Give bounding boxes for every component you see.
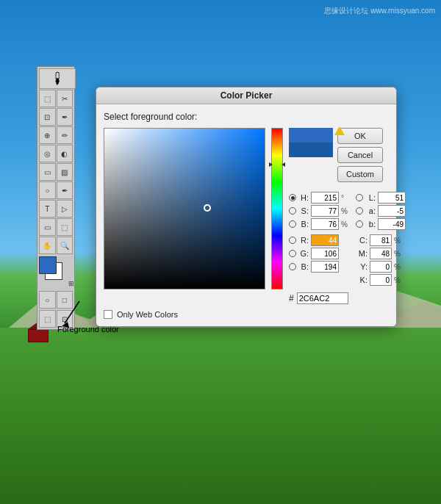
m-input[interactable]	[370, 248, 392, 259]
l-radio[interactable]	[356, 194, 363, 201]
c-input[interactable]	[370, 234, 392, 246]
dialog-label: Select foreground color:	[104, 112, 389, 122]
bright-unit: %	[341, 220, 350, 228]
gradient-tool[interactable]: ▨	[57, 163, 74, 181]
green-label: G:	[298, 249, 309, 258]
y-unit: %	[394, 263, 401, 271]
hex-row: #	[289, 292, 406, 304]
custom-button[interactable]: Custom	[337, 166, 383, 182]
l-input[interactable]	[378, 192, 406, 204]
lasso-tool[interactable]: ✂	[57, 90, 74, 107]
bright-label: B:	[298, 220, 309, 228]
hand-tool[interactable]: ✋	[39, 237, 56, 254]
new-color-preview	[289, 128, 333, 143]
y-label: Y:	[356, 262, 368, 271]
cancel-button[interactable]: Cancel	[337, 147, 383, 163]
hsb-lab-values: H: ° S: %	[289, 191, 350, 287]
b-label: b:	[365, 220, 376, 228]
lab-cmyk-values: L: a: b:	[356, 191, 406, 287]
blue-label: B:	[298, 262, 309, 271]
hue-slider-container	[271, 128, 283, 289]
y-input[interactable]	[370, 261, 392, 273]
hue-radio[interactable]	[289, 194, 296, 201]
color-swatches: ⊞	[39, 256, 76, 289]
heal-tool[interactable]: ⊕	[39, 126, 56, 144]
hue-input[interactable]	[311, 192, 339, 204]
sat-radio[interactable]	[289, 207, 296, 215]
checkbox-row: Only Web Colors	[104, 310, 389, 319]
foreground-color-swatch[interactable]	[39, 256, 57, 274]
red-label: R:	[298, 236, 309, 245]
green-radio[interactable]	[289, 250, 296, 257]
brush-tool[interactable]: ✏	[57, 126, 74, 144]
k-input[interactable]	[370, 274, 392, 286]
red-input[interactable]	[311, 234, 339, 246]
watermark: 思缘设计论坛 www.missyuan.com	[324, 6, 435, 16]
color-field-overlay	[104, 129, 265, 289]
eraser-tool[interactable]: ▭	[39, 163, 56, 181]
b-input[interactable]	[378, 218, 406, 230]
k-label: K:	[356, 276, 368, 284]
annotation: Foreground color	[57, 294, 101, 333]
sat-label: S:	[298, 206, 309, 215]
eyedropper-tool[interactable]: ✒	[57, 108, 74, 126]
a-label: a:	[365, 206, 376, 215]
c-unit: %	[394, 237, 401, 245]
blue-input[interactable]	[311, 261, 339, 273]
quick-mask[interactable]: ○	[39, 291, 56, 309]
web-colors-checkbox[interactable]	[104, 310, 112, 319]
a-input[interactable]	[378, 205, 406, 217]
screen-mode[interactable]: ⬚	[39, 310, 56, 328]
hue-unit: °	[341, 194, 350, 202]
history-brush[interactable]: ◐	[57, 145, 74, 162]
color-picker-dialog: Color Picker Select foreground color:	[96, 87, 397, 327]
reset-colors[interactable]: ⊞	[68, 280, 74, 287]
path-tool[interactable]: ▷	[57, 200, 74, 217]
dialog-title: Color Picker	[96, 87, 396, 104]
bright-radio[interactable]	[289, 220, 296, 228]
color-saturation-brightness-field[interactable]	[104, 128, 265, 289]
sat-input[interactable]	[311, 205, 339, 217]
marquee-tool[interactable]: ⬚	[39, 90, 56, 107]
bright-input[interactable]	[311, 218, 339, 230]
m-label: M:	[356, 249, 368, 258]
crop-tool[interactable]: ⊡	[39, 108, 56, 126]
sat-unit: %	[341, 207, 350, 215]
hue-bar[interactable]	[271, 128, 283, 289]
c-label: C:	[356, 236, 368, 245]
svg-line-2	[65, 301, 79, 323]
brush-tool-icon: 🖌	[39, 68, 76, 89]
dodge-tool[interactable]: ○	[39, 181, 56, 199]
hue-label: H:	[298, 193, 309, 202]
button-group: OK Cancel Custom	[337, 128, 383, 182]
pen-tool[interactable]: ✒	[57, 181, 74, 199]
m-unit: %	[394, 250, 401, 258]
blue-radio[interactable]	[289, 263, 296, 270]
l-label: L:	[365, 193, 376, 202]
clone-tool[interactable]: ◎	[39, 145, 56, 162]
b-radio[interactable]	[356, 220, 363, 228]
color-preview-container	[289, 128, 333, 157]
barn	[28, 329, 49, 342]
text-tool[interactable]: T	[39, 200, 56, 217]
gamut-warning-icon	[334, 126, 345, 135]
shape-tool[interactable]: ▭	[39, 218, 56, 236]
color-values-container: H: ° S: %	[289, 191, 406, 287]
hex-symbol: #	[289, 293, 294, 303]
zoom-tool[interactable]: 🔍	[57, 237, 74, 254]
a-radio[interactable]	[356, 207, 363, 215]
notes-tool[interactable]: ⬚	[57, 218, 74, 236]
green-input[interactable]	[311, 248, 339, 259]
green-field	[0, 328, 441, 504]
red-radio[interactable]	[289, 237, 296, 244]
dialog-right-panel: OK Cancel Custom H: °	[289, 128, 406, 304]
toolbar: 🖌 ⬚ ✂ ⊡ ✒ ⊕ ✏ ◎ ◐ ▭ ▨ ○ ✒ T ▷ ▭ ⬚ ✋ 🔍 ⊞	[37, 66, 75, 330]
web-colors-label: Only Web Colors	[117, 310, 178, 319]
k-unit: %	[394, 276, 401, 284]
old-color-preview	[289, 143, 333, 157]
hex-input[interactable]	[297, 292, 348, 304]
